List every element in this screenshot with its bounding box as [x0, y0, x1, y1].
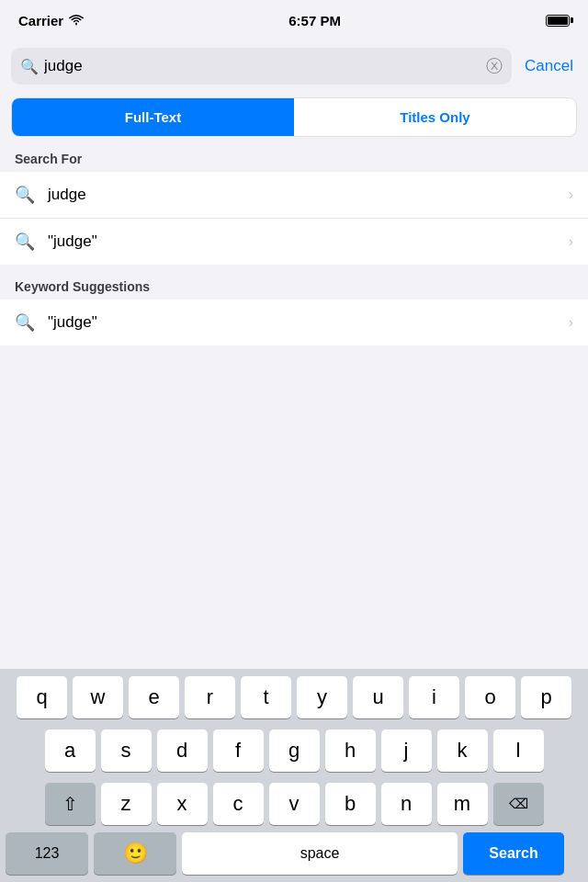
wifi-icon [69, 15, 84, 26]
key-u[interactable]: u [353, 676, 403, 718]
key-i[interactable]: i [409, 676, 459, 718]
key-h[interactable]: h [325, 729, 376, 772]
search-icon-blue: 🔍 [15, 312, 35, 333]
carrier-label: Carrier [18, 13, 63, 28]
search-item-text: judge [48, 186, 556, 204]
segment-fulltext[interactable]: Full-Text [12, 98, 294, 136]
battery-area [546, 15, 570, 27]
battery-icon [546, 15, 570, 27]
key-t[interactable]: t [241, 676, 291, 718]
keyboard-row-3: ⇧ z x c v b n m ⌫ [0, 775, 588, 829]
keyboard-row-2: a s d f g h j k l [0, 722, 588, 775]
numbers-key[interactable]: 123 [6, 832, 88, 875]
key-a[interactable]: a [45, 729, 96, 772]
clear-button[interactable]: ⓧ [486, 55, 503, 77]
key-d[interactable]: d [157, 729, 208, 772]
search-for-header: Search For [0, 137, 588, 172]
shift-icon: ⇧ [62, 793, 78, 815]
chevron-icon: › [569, 233, 573, 250]
key-s[interactable]: s [101, 729, 152, 772]
key-v[interactable]: v [269, 783, 320, 825]
carrier-wifi: Carrier [18, 13, 84, 28]
list-item[interactable]: 🔍 "judge" › [0, 219, 588, 265]
chevron-icon: › [569, 314, 573, 331]
key-r[interactable]: r [185, 676, 235, 718]
search-key[interactable]: Search [463, 832, 564, 875]
key-m[interactable]: m [437, 783, 488, 825]
search-item-text: "judge" [48, 232, 556, 251]
key-e[interactable]: e [129, 676, 179, 718]
space-key[interactable]: space [182, 832, 458, 875]
keyword-suggestions-list: 🔍 "judge" › [0, 300, 588, 345]
key-g[interactable]: g [269, 729, 320, 772]
keyword-item-text: "judge" [48, 313, 556, 332]
key-l[interactable]: l [493, 729, 544, 772]
key-n[interactable]: n [381, 783, 432, 825]
cancel-button[interactable]: Cancel [521, 57, 577, 75]
shift-key[interactable]: ⇧ [45, 783, 96, 825]
search-input-container[interactable]: 🔍 ⓧ [11, 48, 512, 85]
chevron-icon: › [569, 187, 573, 203]
search-icon-blue: 🔍 [15, 185, 35, 205]
key-q[interactable]: q [17, 676, 67, 718]
key-y[interactable]: y [297, 676, 347, 718]
segmented-control: Full-Text Titles Only [11, 97, 577, 137]
search-input[interactable] [44, 57, 481, 75]
backspace-key[interactable]: ⌫ [493, 783, 544, 825]
list-item[interactable]: 🔍 "judge" › [0, 300, 588, 345]
search-icon: 🔍 [20, 58, 39, 75]
list-item[interactable]: 🔍 judge › [0, 172, 588, 219]
key-x[interactable]: x [157, 783, 208, 825]
keyboard-row-1: q w e r t y u i o p [0, 669, 588, 722]
status-time: 6:57 PM [288, 13, 341, 28]
key-b[interactable]: b [325, 783, 376, 825]
search-for-list: 🔍 judge › 🔍 "judge" › [0, 172, 588, 265]
keyboard-row-4: 123 🙂 space Search [0, 829, 588, 882]
key-w[interactable]: w [73, 676, 123, 718]
emoji-key[interactable]: 🙂 [94, 832, 176, 875]
key-j[interactable]: j [381, 729, 432, 772]
segment-titlesonly[interactable]: Titles Only [294, 98, 576, 136]
key-p[interactable]: p [521, 676, 571, 718]
status-bar: Carrier 6:57 PM [0, 0, 588, 40]
keyboard: q w e r t y u i o p a s d f g h j k l ⇧ … [0, 669, 588, 882]
key-z[interactable]: z [101, 783, 152, 825]
search-bar: 🔍 ⓧ Cancel [0, 40, 588, 92]
keyword-suggestions-header: Keyword Suggestions [0, 265, 588, 300]
key-c[interactable]: c [213, 783, 264, 825]
key-k[interactable]: k [437, 729, 488, 772]
key-o[interactable]: o [465, 676, 515, 718]
search-icon-blue: 🔍 [15, 232, 35, 252]
key-f[interactable]: f [213, 729, 264, 772]
